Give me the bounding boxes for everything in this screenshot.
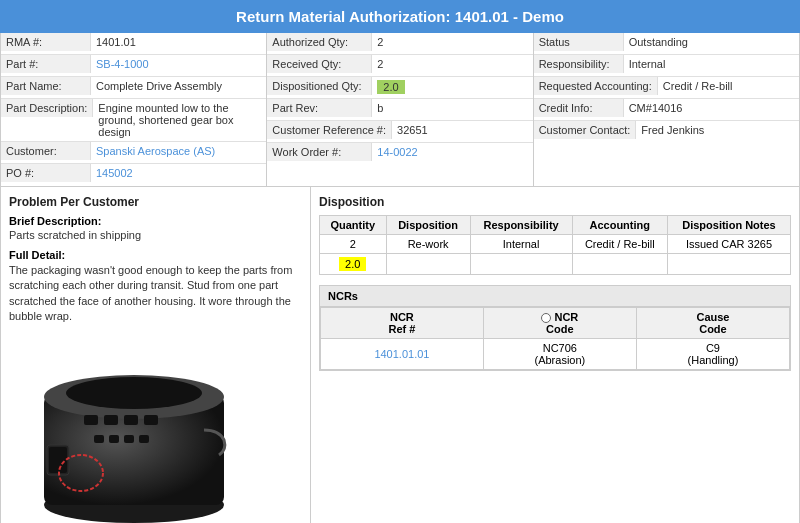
- info-row: PO #: 145002: [1, 164, 266, 186]
- info-row: Customer Contact: Fred Jenkins: [534, 121, 799, 143]
- value-part-number[interactable]: SB-4-1000: [91, 55, 266, 73]
- value-responsibility: Internal: [624, 55, 799, 73]
- value-disp-qty: 2.0: [372, 77, 532, 97]
- svg-rect-7: [144, 415, 158, 425]
- part-image: [9, 335, 259, 523]
- part-svg: [9, 335, 259, 523]
- disp-qty-2: 2.0: [320, 254, 387, 275]
- label-cust-ref: Customer Reference #:: [267, 121, 392, 139]
- value-credit-info: CM#14016: [624, 99, 799, 117]
- svg-rect-4: [84, 415, 98, 425]
- disp-acct-1: Credit / Re-bill: [572, 235, 667, 254]
- disp-notes-2: [667, 254, 790, 275]
- label-responsibility: Responsibility:: [534, 55, 624, 73]
- value-cust-contact: Fred Jenkins: [636, 121, 799, 139]
- main-content: Problem Per Customer Brief Description: …: [0, 187, 800, 523]
- info-row: Part Name: Complete Drive Assembly: [1, 77, 266, 99]
- brief-desc-text: Parts scratched in shipping: [9, 229, 302, 241]
- svg-rect-6: [124, 415, 138, 425]
- value-recv-qty: 2: [372, 55, 532, 73]
- svg-point-3: [66, 377, 202, 409]
- ncr-col-cause: CauseCode: [636, 308, 789, 339]
- disposition-header: Disposition: [319, 195, 791, 209]
- label-po: PO #:: [1, 164, 91, 182]
- svg-rect-11: [139, 435, 149, 443]
- col-accounting: Accounting: [572, 216, 667, 235]
- info-col-middle: Authorized Qty: 2 Received Qty: 2 Dispos…: [267, 33, 533, 186]
- info-row: Part Description: Engine mounted low to …: [1, 99, 266, 142]
- info-section: RMA #: 1401.01 Part #: SB-4-1000 Part Na…: [0, 33, 800, 187]
- value-part-name: Complete Drive Assembly: [91, 77, 266, 95]
- ncr-cause-value: C9 (Handling): [636, 339, 789, 370]
- svg-rect-10: [124, 435, 134, 443]
- info-row: Responsibility: Internal: [534, 55, 799, 77]
- disp-disp-2: [386, 254, 470, 275]
- full-detail-text: The packaging wasn't good enough to keep…: [9, 263, 302, 325]
- col-notes: Disposition Notes: [667, 216, 790, 235]
- label-part: Part #:: [1, 55, 91, 73]
- col-quantity: Quantity: [320, 216, 387, 235]
- label-credit-info: Credit Info:: [534, 99, 624, 117]
- label-status: Status: [534, 33, 624, 51]
- info-row: Requested Accounting: Credit / Re-bill: [534, 77, 799, 99]
- left-panel: Problem Per Customer Brief Description: …: [1, 187, 311, 523]
- value-req-accounting: Credit / Re-bill: [658, 77, 799, 95]
- label-recv-qty: Received Qty:: [267, 55, 372, 73]
- info-row: Authorized Qty: 2: [267, 33, 532, 55]
- svg-rect-13: [49, 447, 67, 473]
- disp-resp-1: Internal: [470, 235, 572, 254]
- disposition-table: Quantity Disposition Responsibility Acco…: [319, 215, 791, 275]
- ncr-radio-icon: [541, 313, 551, 323]
- disp-resp-2: [470, 254, 572, 275]
- disp-disp-1: Re-work: [386, 235, 470, 254]
- ncr-col-ref: NCRRef #: [321, 308, 484, 339]
- ncr-table: NCRRef # NCRCode CauseCode 1401.01.01 NC…: [320, 307, 790, 370]
- ncr-code-value: NC706 (Abrasion): [483, 339, 636, 370]
- col-responsibility: Responsibility: [470, 216, 572, 235]
- label-part-desc: Part Description:: [1, 99, 93, 117]
- ncr-ref-value[interactable]: 1401.01.01: [321, 339, 484, 370]
- ncr-row-1: 1401.01.01 NC706 (Abrasion) C9 (Handling…: [321, 339, 790, 370]
- svg-rect-9: [109, 435, 119, 443]
- info-row: Status Outstanding: [534, 33, 799, 55]
- value-part-desc: Engine mounted low to the ground, shorte…: [93, 99, 266, 141]
- page-title: Return Material Authorization: 1401.01 -…: [0, 0, 800, 33]
- brief-desc-label: Brief Description:: [9, 215, 302, 227]
- value-auth-qty: 2: [372, 33, 532, 51]
- problem-section-header: Problem Per Customer: [9, 195, 302, 209]
- right-panel: Disposition Quantity Disposition Respons…: [311, 187, 799, 523]
- ncr-col-code: NCRCode: [483, 308, 636, 339]
- info-row: Part Rev: b: [267, 99, 532, 121]
- label-cust-contact: Customer Contact:: [534, 121, 637, 139]
- label-auth-qty: Authorized Qty:: [267, 33, 372, 51]
- info-row: Credit Info: CM#14016: [534, 99, 799, 121]
- label-part-name: Part Name:: [1, 77, 91, 95]
- svg-rect-5: [104, 415, 118, 425]
- info-row: Part #: SB-4-1000: [1, 55, 266, 77]
- disposition-row-1: 2 Re-work Internal Credit / Re-bill Issu…: [320, 235, 791, 254]
- label-customer: Customer:: [1, 142, 91, 160]
- disp-notes-1: Issued CAR 3265: [667, 235, 790, 254]
- disp-qty-1: 2: [320, 235, 387, 254]
- label-req-accounting: Requested Accounting:: [534, 77, 658, 95]
- value-rma: 1401.01: [91, 33, 266, 51]
- value-cust-ref: 32651: [392, 121, 533, 139]
- disp-acct-2: [572, 254, 667, 275]
- value-status: Outstanding: [624, 33, 799, 51]
- disposition-row-2: 2.0: [320, 254, 791, 275]
- col-disposition: Disposition: [386, 216, 470, 235]
- info-col-right: Status Outstanding Responsibility: Inter…: [534, 33, 799, 186]
- value-customer[interactable]: Spanski Aerospace (AS): [91, 142, 266, 160]
- label-work-order: Work Order #:: [267, 143, 372, 161]
- info-row: Customer Reference #: 32651: [267, 121, 532, 143]
- ncr-section: NCRs NCRRef # NCRCode CauseCode 1401.01.…: [319, 285, 791, 371]
- svg-rect-8: [94, 435, 104, 443]
- value-work-order[interactable]: 14-0022: [372, 143, 532, 161]
- info-row: Dispositioned Qty: 2.0: [267, 77, 532, 99]
- label-disp-qty: Dispositioned Qty:: [267, 77, 372, 95]
- full-detail-label: Full Detail:: [9, 249, 302, 261]
- value-po[interactable]: 145002: [91, 164, 266, 182]
- info-row: Customer: Spanski Aerospace (AS): [1, 142, 266, 164]
- info-col-left: RMA #: 1401.01 Part #: SB-4-1000 Part Na…: [1, 33, 267, 186]
- label-part-rev: Part Rev:: [267, 99, 372, 117]
